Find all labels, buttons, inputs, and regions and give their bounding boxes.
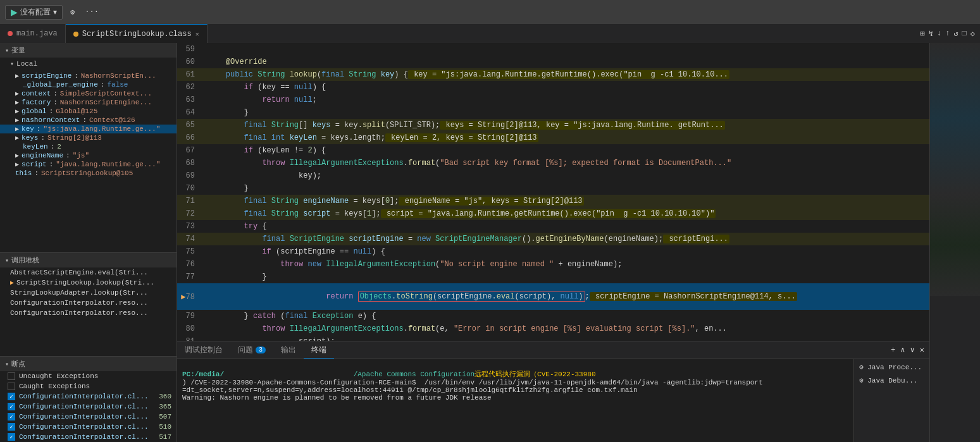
tab-debug-console[interactable]: 调试控制台	[177, 341, 230, 359]
down-icon[interactable]: ∨	[910, 345, 915, 355]
bottom-tabs-bar: 调试控制台 问题 3 输出 终端 + ∧ ∨ ✕	[177, 341, 929, 359]
variables-header[interactable]: ▾ 变量	[0, 43, 177, 58]
code-row-78: ▶78 return Objects.toString(scriptEngine…	[177, 283, 929, 310]
var-enginename[interactable]: ▶ engineName : "js"	[0, 151, 177, 160]
tab-dot-orange	[73, 32, 78, 37]
tab-toolbar: ⊞ ↯ ↓ ↑ ↺ □ ◇	[920, 24, 980, 43]
bp-config-4-line: 510	[159, 423, 171, 431]
debug-marker-icon: ▶	[181, 293, 185, 302]
top-bar: ▶ 没有配置 ▾ ⚙ ···	[0, 0, 980, 24]
gear-icon[interactable]: ⚙	[68, 6, 77, 18]
bp-config-2[interactable]: ConfigurationInterpolator.cl... 365	[0, 402, 177, 412]
bp-config-1-label: ConfigurationInterpolator.cl...	[19, 393, 149, 400]
bp-config-2-checkbox[interactable]	[8, 403, 15, 410]
var-key[interactable]: ▶ key : "js:java.lang.Runtime.ge..."	[0, 125, 177, 133]
bp-config-5-label: ConfigurationInterpolator.cl...	[19, 433, 149, 441]
toolbar-icon-4[interactable]: ↑	[945, 29, 950, 38]
terminal-area: PC:/media/ /Apache Commons Configuration…	[177, 359, 929, 442]
stack-item-3[interactable]: StringLookupAdapter.lookup(Str...	[0, 288, 177, 298]
plus-icon[interactable]: +	[891, 346, 895, 355]
bp-config-3[interactable]: ConfigurationInterpolator.cl... 507	[0, 412, 177, 422]
java-debug-item[interactable]: ⚙ Java Debu...	[857, 375, 927, 386]
up-icon[interactable]: ∧	[900, 345, 905, 355]
java-process-item[interactable]: ⚙ Java Proce...	[857, 362, 927, 372]
toolbar-icon-3[interactable]: ↓	[937, 29, 941, 38]
var-name: scriptEngine	[22, 72, 71, 80]
var-factory[interactable]: ▶ factory : NashornScriptEngine...	[0, 98, 177, 107]
bp-config-2-label: ConfigurationInterpolator.cl...	[19, 403, 149, 410]
breakpoints-header[interactable]: ▾ 断点	[0, 357, 177, 371]
local-header[interactable]: ▾ Local	[0, 58, 177, 70]
bp-caught-label: Caught Exceptions	[19, 383, 90, 390]
variables-section: ▾ Local ▶ scriptEngine : NashornScriptEn…	[0, 58, 177, 252]
terminal-content[interactable]: PC:/media/ /Apache Commons Configuration…	[177, 359, 853, 442]
bp-config-4[interactable]: ConfigurationInterpolator.cl... 510	[0, 422, 177, 432]
bp-config-5-checkbox[interactable]	[8, 433, 15, 441]
var-script[interactable]: ▶ script : "java.lang.Runtime.ge..."	[0, 160, 177, 169]
var-context[interactable]: ▶ context : SimpleScriptContext...	[0, 89, 177, 98]
tab-output[interactable]: 输出	[273, 341, 304, 359]
var-scriptEngine[interactable]: ▶ scriptEngine : NashornScriptEn...	[0, 71, 177, 80]
toolbar-icon-6[interactable]: □	[962, 29, 967, 38]
bp-config-5[interactable]: ConfigurationInterpolator.cl... 517	[0, 432, 177, 442]
bp-config-1-checkbox[interactable]	[8, 393, 15, 400]
left-panel: ▾ 变量 ▾ Local ▶ scriptEngine : NashornScr…	[0, 43, 177, 442]
bp-config-4-checkbox[interactable]	[8, 423, 15, 431]
code-row-59: 59	[177, 43, 929, 56]
code-container[interactable]: 59 60 @Override 61 public String lookup(…	[177, 43, 929, 341]
bp-caught-checkbox[interactable]	[8, 383, 15, 390]
bp-config-2-line: 365	[159, 403, 171, 410]
editor-area: 59 60 @Override 61 public String lookup(…	[177, 43, 929, 442]
code-row-70: 70 }	[177, 182, 929, 195]
breakpoints-section: Uncaught Exceptions Caught Exceptions Co…	[0, 371, 177, 442]
ellipsis-icon[interactable]: ···	[82, 6, 101, 18]
var-nashorn-context[interactable]: ▶ nashornContext : Context@126	[0, 116, 177, 125]
tab-label-script: ScriptStringLookup.class	[82, 30, 192, 39]
tab-scriptstring[interactable]: ScriptStringLookup.class ✕	[66, 24, 208, 43]
stack-item-4[interactable]: ConfigurationInterpolator.reso...	[0, 298, 177, 308]
tab-main-java[interactable]: main.java	[0, 24, 66, 43]
bp-arrow: ▾	[5, 360, 9, 368]
bp-caught[interactable]: Caught Exceptions	[0, 381, 177, 391]
close-panel-icon[interactable]: ✕	[920, 345, 924, 355]
run-debug-button[interactable]: ▶ 没有配置 ▾	[5, 5, 63, 20]
var-global-per-engine[interactable]: _global_per_engine : false	[0, 80, 177, 89]
tab-problems-label: 问题	[238, 345, 253, 355]
tab-debug-label: 调试控制台	[185, 345, 223, 355]
variables-label: 变量	[11, 46, 25, 55]
bp-uncaught-checkbox[interactable]	[8, 372, 15, 380]
toolbar-icon-1[interactable]: ⊞	[920, 29, 924, 39]
code-row-80: 80 throw IllegalArgumentExceptions.forma…	[177, 322, 929, 335]
var-keys[interactable]: ▶ keys : String[2]@113	[0, 133, 177, 142]
bp-config-3-checkbox[interactable]	[8, 413, 15, 421]
var-this[interactable]: this : ScriptStringLookup@105	[0, 169, 177, 178]
bp-config-1[interactable]: ConfigurationInterpolator.cl... 360	[0, 391, 177, 402]
bp-uncaught[interactable]: Uncaught Exceptions	[0, 371, 177, 381]
bottom-tab-actions: + ∧ ∨ ✕	[891, 341, 929, 359]
expand-icon: ▶	[15, 72, 19, 80]
local-arrow: ▾	[10, 60, 14, 68]
stack-item-1[interactable]: AbstractScriptEngine.eval(Stri...	[0, 267, 177, 278]
tab-problems[interactable]: 问题 3	[230, 341, 273, 359]
tab-close-icon[interactable]: ✕	[195, 30, 199, 38]
tab-terminal-label: 终端	[311, 345, 326, 355]
run-label: 没有配置	[20, 7, 51, 18]
stack-item-5[interactable]: ConfigurationInterpolator.reso...	[0, 308, 177, 318]
code-row-62: 62 if (key == null) {	[177, 81, 929, 94]
code-row-79: 79 } catch (final Exception e) {	[177, 310, 929, 322]
code-row-60: 60 @Override	[177, 56, 929, 68]
toolbar-icon-5[interactable]: ↺	[953, 29, 958, 39]
code-row-72: 72 final String script = keys[1]; script…	[177, 207, 929, 220]
var-keylen[interactable]: keyLen : 2	[0, 142, 177, 151]
bp-config-5-line: 517	[159, 433, 171, 441]
code-row-63: 63 return null;	[177, 94, 929, 106]
bp-config-4-label: ConfigurationInterpolator.cl...	[19, 423, 149, 431]
code-row-66: 66 final int keyLen = keys.length; keyLe…	[177, 132, 929, 144]
toolbar-icon-2[interactable]: ↯	[929, 29, 933, 39]
tab-terminal[interactable]: 终端	[304, 341, 334, 359]
stack-item-2[interactable]: ▶ ScriptStringLookup.lookup(Stri...	[0, 278, 177, 288]
callstack-header[interactable]: ▾ 调用堆栈	[0, 253, 177, 267]
var-global[interactable]: ▶ global : Global@125	[0, 107, 177, 116]
terminal-right-panel: ⚙ Java Proce... ⚙ Java Debu...	[853, 359, 929, 442]
toolbar-icon-7[interactable]: ◇	[971, 29, 975, 39]
